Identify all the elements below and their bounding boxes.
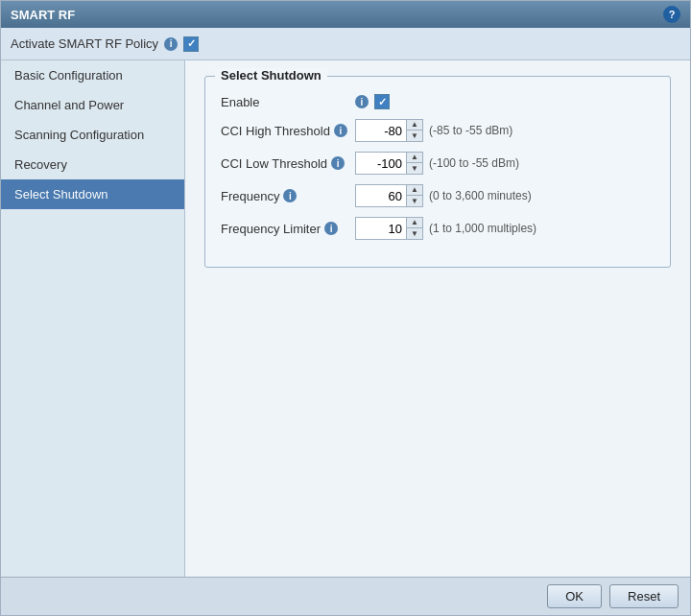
footer: OK Reset [1,577,690,615]
cci-high-increment[interactable]: ▲ [407,120,422,130]
enable-checkbox[interactable] [374,94,390,109]
frequency-increment[interactable]: ▲ [407,185,422,196]
main-content: Select Shutdown Enable i CCI High Thresh… [185,60,690,577]
sidebar-item-channel-and-power[interactable]: Channel and Power [1,90,184,120]
frequency-hint: (0 to 3,600 minutes) [429,189,532,202]
frequency-limiter-label: Frequency Limiter i [221,222,355,236]
frequency-label: Frequency i [221,189,355,203]
frequency-spinner: ▲ ▼ [406,185,422,206]
frequency-limiter-input-wrap: ▲ ▼ [355,217,423,240]
cci-low-info-icon[interactable]: i [331,156,345,170]
cci-high-input-wrap: ▲ ▼ [355,119,423,142]
cci-low-threshold-row: CCI Low Threshold i ▲ ▼ (-100 to -55 dBm… [221,152,655,175]
sidebar-item-scanning-configuration[interactable]: Scanning Configuration [1,120,184,150]
cci-high-threshold-row: CCI High Threshold i ▲ ▼ (-85 to -55 dBm… [221,119,655,142]
cci-high-control: ▲ ▼ (-85 to -55 dBm) [355,119,512,142]
cci-low-input-wrap: ▲ ▼ [355,152,423,175]
section-title: Select Shutdown [215,68,327,83]
frequency-row: Frequency i ▲ ▼ (0 to 3,600 minutes) [221,184,655,207]
dialog-title: SMART RF [11,8,75,22]
content-area: Basic Configuration Channel and Power Sc… [1,60,690,577]
cci-high-spinner: ▲ ▼ [406,120,422,141]
cci-low-input[interactable] [356,153,406,174]
activate-bar: Activate SMART RF Policy i [1,28,690,60]
sidebar-item-select-shutdown[interactable]: Select Shutdown [1,179,184,209]
select-shutdown-section: Select Shutdown Enable i CCI High Thresh… [204,76,671,268]
frequency-limiter-row: Frequency Limiter i ▲ ▼ (1 to 1,000 mult… [221,217,655,240]
frequency-limiter-input[interactable] [356,218,406,239]
cci-high-decrement[interactable]: ▼ [407,130,422,141]
enable-info-icon[interactable]: i [355,95,369,108]
cci-low-increment[interactable]: ▲ [407,153,422,163]
cci-low-decrement[interactable]: ▼ [407,163,422,174]
activate-label: Activate SMART RF Policy [11,36,158,51]
frequency-limiter-control: ▲ ▼ (1 to 1,000 multiples) [355,217,536,240]
frequency-input[interactable] [356,185,406,206]
cci-low-label: CCI Low Threshold i [221,156,355,171]
enable-row: Enable i [221,94,655,109]
sidebar-item-recovery[interactable]: Recovery [1,150,184,179]
activate-info-icon[interactable]: i [164,37,178,51]
frequency-control: ▲ ▼ (0 to 3,600 minutes) [355,184,532,207]
enable-label: Enable [221,95,355,109]
frequency-decrement[interactable]: ▼ [407,196,422,206]
cci-high-input[interactable] [356,120,406,141]
enable-control: i [355,94,390,109]
cci-high-label: CCI High Threshold i [221,124,355,138]
frequency-limiter-hint: (1 to 1,000 multiples) [429,222,536,235]
frequency-info-icon[interactable]: i [283,189,297,202]
cci-low-hint: (-100 to -55 dBm) [429,156,519,170]
sidebar: Basic Configuration Channel and Power Sc… [1,60,185,577]
frequency-limiter-spinner: ▲ ▼ [406,218,422,239]
frequency-input-wrap: ▲ ▼ [355,184,423,207]
frequency-limiter-info-icon[interactable]: i [324,222,338,235]
help-button[interactable]: ? [663,6,680,23]
ok-button[interactable]: OK [547,584,602,608]
sidebar-item-basic-configuration[interactable]: Basic Configuration [1,60,184,90]
frequency-limiter-decrement[interactable]: ▼ [407,228,422,239]
frequency-limiter-increment[interactable]: ▲ [407,218,422,228]
cci-low-control: ▲ ▼ (-100 to -55 dBm) [355,152,519,175]
cci-high-info-icon[interactable]: i [334,124,347,137]
activate-checkbox[interactable] [183,36,199,52]
title-bar: SMART RF ? [1,1,690,28]
cci-low-spinner: ▲ ▼ [406,153,422,174]
dialog: SMART RF ? Activate SMART RF Policy i Ba… [0,0,691,616]
reset-button[interactable]: Reset [609,584,679,608]
cci-high-hint: (-85 to -55 dBm) [429,124,512,137]
